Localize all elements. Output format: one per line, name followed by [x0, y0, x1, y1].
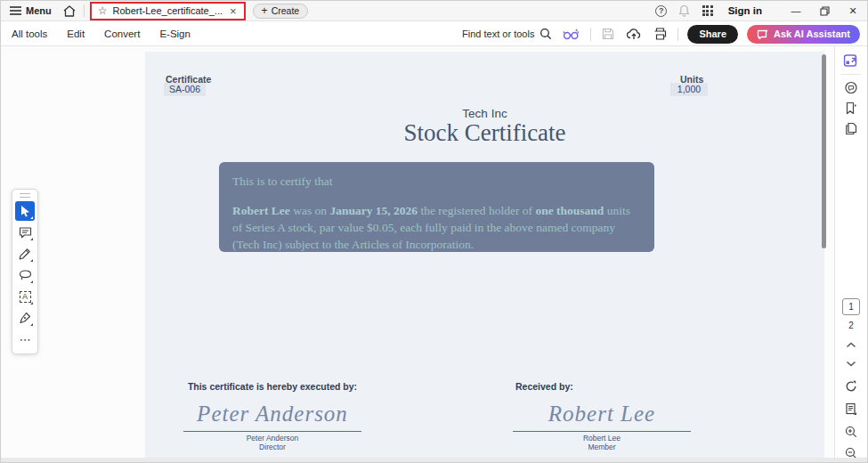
find-tools-button[interactable]: Find text or tools [462, 28, 552, 40]
ai-assistant-icon-button[interactable] [561, 26, 581, 42]
home-button[interactable] [59, 1, 80, 20]
pencil-icon [19, 248, 31, 260]
pdf-page: Certificate SA-006 Units 1,000 Tech Inc … [145, 52, 824, 459]
restore-icon [820, 6, 830, 16]
certificate-intro: This is to certify that [232, 174, 641, 191]
search-icon [539, 28, 552, 40]
bell-icon [678, 4, 690, 17]
draw-tool-button[interactable] [15, 265, 35, 285]
pages-panel-button[interactable] [845, 122, 857, 135]
ai-chat-icon [757, 28, 769, 40]
member-signature: Robert Lee [513, 399, 691, 429]
close-window-icon: ✕ [848, 5, 856, 17]
toolbar: All tools Edit Convert E-Sign Find text … [1, 22, 867, 46]
tab-close-icon[interactable]: × [228, 4, 239, 18]
units-value-field[interactable]: 1,000 [670, 83, 708, 96]
received-signature-block: Received by: Robert Lee Robert Lee Membe… [513, 381, 691, 451]
upload-cloud-button[interactable] [625, 26, 643, 42]
certificate-number-field[interactable]: SA-006 [164, 83, 206, 96]
restore-button[interactable] [810, 1, 839, 20]
ai-glasses-icon [563, 28, 580, 40]
titlebar-divider [84, 4, 85, 17]
comments-panel-button[interactable] [845, 81, 858, 94]
minimize-icon: — [791, 5, 801, 16]
help-button[interactable]: ? [650, 1, 673, 20]
next-page-label: 2 [848, 321, 854, 330]
director-role: Director [183, 443, 361, 451]
home-icon [63, 5, 76, 17]
text-select-tool-button[interactable]: A [15, 287, 35, 306]
dropdown-corner [30, 302, 33, 305]
edit-button[interactable]: Edit [57, 22, 94, 45]
comment-icon [19, 226, 32, 239]
certificate-body: Robert Lee was on January 15, 2026 the r… [232, 203, 641, 254]
director-name: Peter Anderson [183, 434, 361, 443]
esign-button[interactable]: E-Sign [150, 22, 200, 45]
more-icon: ⋯ [20, 334, 31, 345]
menu-button[interactable]: Menu [1, 1, 59, 20]
hamburger-icon [10, 6, 21, 15]
print-icon [653, 28, 667, 40]
dropdown-corner [30, 280, 33, 283]
comment-tool-button[interactable] [15, 223, 35, 242]
fill-sign-tool-button[interactable] [15, 308, 35, 328]
acrobat-window: Menu ☆ Robert-Lee_certificate_... × + Cr… [0, 0, 868, 463]
apps-button[interactable] [696, 1, 719, 20]
next-page-button[interactable] [847, 361, 856, 367]
create-label: Create [272, 5, 300, 16]
bottom-edge-strip [1, 458, 867, 462]
help-icon: ? [655, 5, 667, 17]
current-page-box: 1 [842, 298, 860, 315]
rotate-clockwise-icon [845, 380, 857, 393]
dropdown-corner [30, 238, 33, 240]
vertical-scrollbar[interactable] [822, 54, 826, 248]
member-name: Robert Lee [513, 434, 691, 443]
holder-name: Robert Lee [232, 204, 290, 217]
cursor-arrow-icon [20, 205, 31, 217]
highlight-tool-button[interactable] [15, 244, 35, 264]
toolbar-right: Find text or tools Share Ask AI Assistan… [462, 25, 867, 44]
zoom-in-button[interactable] [845, 426, 857, 438]
share-button[interactable]: Share [687, 25, 738, 44]
more-tools-button[interactable]: ⋯ [15, 329, 35, 349]
select-tool-button[interactable] [15, 201, 35, 221]
titlebar-left: Menu ☆ Robert-Lee_certificate_... × + Cr… [1, 1, 308, 20]
signature-line [183, 431, 361, 432]
ask-ai-assistant-button[interactable]: Ask AI Assistant [747, 25, 860, 44]
document-tab[interactable]: ☆ Robert-Lee_certificate_... × [90, 2, 246, 20]
dropdown-corner [30, 323, 33, 326]
notifications-button[interactable] [673, 1, 696, 20]
units-words: one thousand [535, 204, 604, 217]
upload-cloud-icon [627, 28, 641, 40]
titlebar-right: ? Sign in — ✕ [650, 1, 867, 20]
previous-page-button[interactable] [847, 342, 856, 348]
minimize-button[interactable]: — [782, 1, 810, 20]
bookmarks-panel-button[interactable] [846, 102, 857, 115]
ai-panel-icon [844, 53, 859, 68]
menu-label: Menu [26, 5, 52, 16]
convert-button[interactable]: Convert [94, 22, 150, 45]
page-number-current[interactable]: 1 [842, 298, 860, 315]
document-canvas: Certificate SA-006 Units 1,000 Tech Inc … [1, 46, 836, 462]
lasso-icon [19, 270, 32, 280]
director-signature: Peter Anderson [183, 399, 361, 429]
rail-drag-handle[interactable] [20, 193, 30, 198]
page-number-next[interactable]: 2 [848, 321, 854, 330]
sign-in-button[interactable]: Sign in [728, 5, 762, 16]
print-button[interactable] [652, 26, 669, 42]
quick-tools-rail: A ⋯ [12, 189, 38, 354]
ask-ai-label: Ask AI Assistant [774, 28, 850, 39]
chevron-up-icon [847, 342, 856, 348]
rotate-page-button[interactable] [845, 380, 857, 393]
ai-assistant-panel-button[interactable] [844, 53, 859, 68]
executed-by-label: This certificate is hereby executed by: [183, 381, 361, 392]
tab-title: Robert-Lee_certificate_... [113, 5, 223, 16]
close-window-button[interactable]: ✕ [839, 1, 867, 20]
create-button[interactable]: + Create [253, 4, 309, 19]
star-icon[interactable]: ☆ [98, 5, 108, 16]
all-tools-button[interactable]: All tools [2, 22, 57, 45]
save-button[interactable] [600, 26, 616, 42]
titlebar: Menu ☆ Robert-Lee_certificate_... × + Cr… [1, 1, 867, 21]
body-text-2: the registered holder of [418, 204, 535, 217]
page-view-options-button[interactable] [845, 402, 857, 416]
